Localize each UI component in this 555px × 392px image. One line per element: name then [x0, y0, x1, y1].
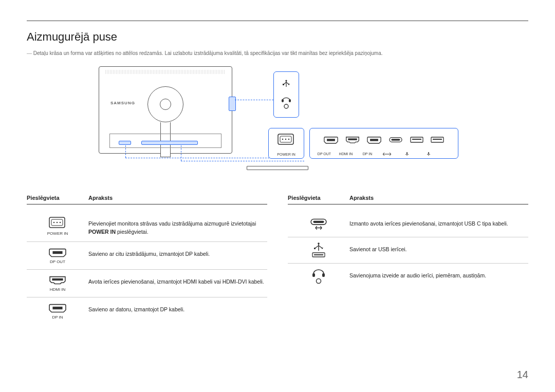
headphone-port-icon — [310, 269, 327, 284]
dp-port-icon — [49, 303, 66, 313]
svg-rect-30 — [391, 139, 400, 140]
usba-port-icon — [310, 242, 327, 258]
power-socket-icon — [49, 217, 66, 229]
port-desc: Savieno ar citu izstrādājumu, izmantojot… — [88, 247, 267, 258]
headphone-icon — [280, 95, 292, 109]
monitor-outline: SAMSUNG — [99, 66, 232, 154]
leader-line-ports-v — [181, 145, 181, 161]
leader-line-ports — [181, 161, 304, 161]
lbl-usb2 — [425, 152, 439, 156]
highlight-io-ports — [141, 141, 198, 145]
highlight-side-ports — [229, 97, 236, 111]
disclaimer-note: Detaļu krāsa un forma var atšķirties no … — [27, 50, 528, 57]
svg-rect-34 — [433, 139, 442, 140]
dp-in-port-icon — [367, 136, 381, 144]
usbc-port-icon — [310, 217, 327, 230]
port-desc: Savienojuma izveide ar audio ierīci, pie… — [349, 269, 528, 280]
brand-label: SAMSUNG — [110, 101, 135, 105]
callout-power: POWER IN — [268, 128, 304, 159]
callout-side-ports — [273, 71, 299, 118]
port-label: DP OUT — [50, 259, 65, 264]
leader-line-power-v — [125, 145, 126, 158]
hdmi-in-port-icon — [345, 136, 360, 144]
port-desc: Savieno ar datoru, izmantojot DP kabeli. — [88, 303, 267, 314]
lbl-usb1 — [403, 152, 418, 156]
svg-rect-32 — [412, 139, 421, 140]
highlight-power-port — [119, 141, 131, 145]
callout-io-ports: DP OUT HDMI IN DP IN — [309, 128, 458, 159]
vesa-mount-icon — [147, 86, 183, 122]
page-title: Aizmugurējā puse — [27, 30, 528, 44]
leader-line-side — [235, 100, 273, 100]
vent-pattern — [105, 70, 226, 74]
lbl-usbc — [382, 152, 396, 156]
th-desc: Apraksts — [349, 195, 374, 201]
lbl-dpout: DP OUT — [317, 152, 331, 156]
table-row: DP OUT Savieno ar citu izstrādājumu, izm… — [27, 242, 267, 270]
page-number: 14 — [517, 369, 528, 381]
table-row: HDMI IN Avota ierīces pievienošanai, izm… — [27, 270, 267, 297]
port-label: DP IN — [52, 315, 63, 320]
rear-diagram: SAMSUNG POWER IN — [27, 66, 528, 184]
stand-base — [247, 166, 308, 170]
usba-port-icon-1 — [410, 137, 423, 143]
svg-rect-27 — [289, 99, 291, 102]
table-row: Savienojuma izveide ar audio ierīci, pie… — [288, 264, 528, 289]
usb-icon — [280, 80, 292, 90]
table-head: Pieslēgvieta Apraksts — [27, 195, 267, 204]
port-desc: Pievienojiet monitora strāvas vadu izstr… — [88, 217, 267, 236]
hdmi-port-icon — [49, 275, 66, 285]
th-desc: Apraksts — [88, 195, 113, 201]
right-table: Pieslēgvieta Apraksts Izmanto avota ierī… — [288, 195, 528, 325]
th-port: Pieslēgvieta — [27, 195, 88, 201]
table-row: POWER IN Pievienojiet monitora strāvas v… — [27, 212, 267, 242]
lbl-hdmiin: HDMI IN — [339, 152, 353, 156]
dp-out-port-icon — [324, 136, 338, 144]
svg-rect-23 — [283, 84, 284, 85]
port-label: POWER IN — [47, 231, 68, 236]
table-row: Savienot ar USB ierīcei. — [288, 237, 528, 264]
usba-port-icon-2 — [431, 137, 444, 143]
port-tables: Pieslēgvieta Apraksts POWER IN Pievienoj… — [27, 195, 528, 325]
table-row: Izmanto avota ierīces pievienošanai, izm… — [288, 212, 528, 237]
port-label: HDMI IN — [50, 287, 66, 292]
port-desc: Avota ierīces pievienošanai, izmantojot … — [88, 275, 267, 286]
table-head: Pieslēgvieta Apraksts — [288, 195, 528, 204]
top-rule — [27, 21, 528, 21]
port-labels-row: DP OUT HDMI IN DP IN — [310, 152, 458, 156]
table-row: DP IN Savieno ar datoru, izmantojot DP k… — [27, 297, 267, 325]
port-desc: Savienot ar USB ierīcei. — [349, 242, 528, 254]
leader-line-power — [125, 158, 269, 158]
left-table: Pieslēgvieta Apraksts POWER IN Pievienoj… — [27, 195, 267, 325]
dp-port-icon — [49, 247, 66, 257]
svg-point-28 — [284, 104, 288, 108]
svg-rect-26 — [282, 99, 284, 102]
port-desc: Izmanto avota ierīces pievienošanai, izm… — [349, 217, 528, 228]
lbl-dpin: DP IN — [360, 152, 375, 156]
svg-marker-25 — [288, 84, 290, 85]
th-port: Pieslēgvieta — [288, 195, 349, 201]
power-label: POWER IN — [277, 153, 295, 156]
usbc-port-icon — [388, 137, 403, 143]
power-socket-icon — [278, 134, 295, 146]
